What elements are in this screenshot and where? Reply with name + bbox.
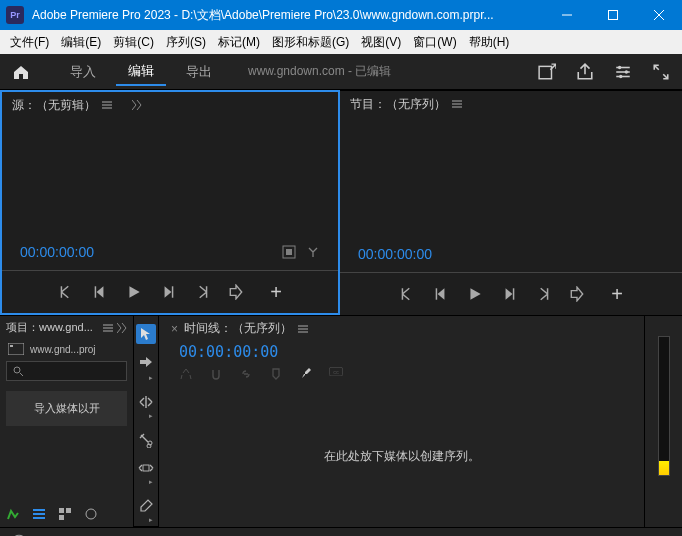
search-input[interactable] bbox=[6, 361, 127, 381]
step-forward-icon[interactable] bbox=[160, 284, 176, 300]
timeline-timecode[interactable]: 00:00:00:00 bbox=[159, 341, 644, 363]
insert-as-nest-icon[interactable] bbox=[179, 367, 193, 381]
pen-tool-icon[interactable] bbox=[138, 498, 154, 514]
source-title: 源：（无剪辑） bbox=[12, 97, 96, 114]
menubar: 文件(F) 编辑(E) 剪辑(C) 序列(S) 标记(M) 图形和标题(G) 视… bbox=[0, 30, 682, 54]
insert-icon[interactable] bbox=[228, 284, 244, 300]
home-icon[interactable] bbox=[12, 64, 30, 80]
timeline-panel: × 时间线：（无序列） 00:00:00:00 cc 在此处放下媒体以创建序列。 bbox=[159, 315, 644, 527]
svg-rect-27 bbox=[10, 345, 13, 347]
linked-selection-icon[interactable] bbox=[239, 367, 253, 381]
source-monitor: 源：（无剪辑） 00:00:00:00 + bbox=[0, 90, 340, 315]
razor-tool-icon[interactable] bbox=[138, 432, 154, 448]
app-icon: Pr bbox=[6, 6, 24, 24]
tab-import[interactable]: 导入 bbox=[58, 59, 108, 85]
svg-line-29 bbox=[20, 373, 23, 376]
footer bbox=[0, 527, 682, 536]
svg-rect-35 bbox=[59, 515, 64, 520]
play-icon[interactable] bbox=[467, 286, 483, 302]
menu-help[interactable]: 帮助(H) bbox=[463, 32, 516, 53]
svg-point-36 bbox=[86, 509, 96, 519]
program-timecode[interactable]: 00:00:00:00 bbox=[358, 246, 432, 262]
list-view-icon[interactable] bbox=[32, 507, 46, 521]
step-back-icon[interactable] bbox=[433, 286, 449, 302]
timeline-drop-area[interactable]: 在此处放下媒体以创建序列。 bbox=[159, 385, 644, 527]
svg-point-10 bbox=[619, 74, 622, 77]
tool-column: ▸ ▸ ▸ ▸ bbox=[133, 315, 159, 527]
menu-edit[interactable]: 编辑(E) bbox=[55, 32, 107, 53]
snap-icon[interactable] bbox=[209, 367, 223, 381]
share-icon[interactable] bbox=[576, 63, 594, 81]
document-name: www.gndown.com - 已编辑 bbox=[248, 63, 391, 80]
fit-icon[interactable] bbox=[282, 245, 296, 259]
freeform-view-icon[interactable] bbox=[58, 507, 72, 521]
add-button-icon[interactable]: + bbox=[611, 283, 623, 306]
creative-cloud-icon[interactable] bbox=[10, 533, 28, 537]
svg-rect-1 bbox=[609, 11, 618, 20]
mark-out-icon[interactable] bbox=[194, 284, 210, 300]
svg-rect-34 bbox=[66, 508, 71, 513]
step-forward-icon[interactable] bbox=[501, 286, 517, 302]
svg-point-8 bbox=[618, 65, 621, 68]
workspace-settings-icon[interactable] bbox=[614, 63, 632, 81]
step-back-icon[interactable] bbox=[92, 284, 108, 300]
minimize-button[interactable] bbox=[544, 0, 590, 30]
menu-view[interactable]: 视图(V) bbox=[355, 32, 407, 53]
bin-name[interactable]: www.gnd...proj bbox=[30, 344, 96, 355]
tab-edit[interactable]: 编辑 bbox=[116, 58, 166, 86]
search-icon bbox=[13, 366, 23, 376]
mark-in-icon[interactable] bbox=[399, 286, 415, 302]
new-item-icon[interactable] bbox=[6, 507, 20, 521]
settings-icon[interactable] bbox=[306, 245, 320, 259]
tab-export[interactable]: 导出 bbox=[174, 59, 224, 85]
audio-meter-panel bbox=[644, 315, 682, 527]
panel-overflow-icon[interactable] bbox=[132, 100, 142, 110]
quick-export-icon[interactable] bbox=[538, 63, 556, 81]
menu-file[interactable]: 文件(F) bbox=[4, 32, 55, 53]
close-button[interactable] bbox=[636, 0, 682, 30]
window-title: Adobe Premiere Pro 2023 - D:\文档\Adobe\Pr… bbox=[32, 7, 544, 24]
fullscreen-icon[interactable] bbox=[652, 63, 670, 81]
svg-point-28 bbox=[14, 367, 20, 373]
panel-overflow-icon[interactable] bbox=[117, 323, 127, 333]
menu-marker[interactable]: 标记(M) bbox=[212, 32, 266, 53]
panel-menu-icon[interactable] bbox=[102, 100, 112, 110]
svg-rect-33 bbox=[59, 508, 64, 513]
panel-menu-icon[interactable] bbox=[298, 324, 308, 334]
menu-clip[interactable]: 剪辑(C) bbox=[107, 32, 160, 53]
slip-tool-icon[interactable] bbox=[138, 460, 154, 476]
maximize-button[interactable] bbox=[590, 0, 636, 30]
menu-sequence[interactable]: 序列(S) bbox=[160, 32, 212, 53]
project-panel: 项目：www.gnd... www.gnd...proj 导入媒体以开 bbox=[0, 315, 133, 527]
caption-track-icon[interactable]: cc bbox=[329, 367, 343, 381]
panel-menu-icon[interactable] bbox=[103, 323, 113, 333]
audio-level-indicator bbox=[659, 461, 669, 475]
ripple-edit-tool-icon[interactable] bbox=[138, 394, 154, 410]
play-icon[interactable] bbox=[126, 284, 142, 300]
add-marker-icon[interactable] bbox=[269, 367, 283, 381]
panel-menu-icon[interactable] bbox=[452, 99, 462, 109]
track-select-tool-icon[interactable] bbox=[138, 356, 154, 372]
add-button-icon[interactable]: + bbox=[270, 281, 282, 304]
zoom-slider-icon[interactable] bbox=[84, 507, 98, 521]
export-frame-icon[interactable] bbox=[569, 286, 585, 302]
project-title: 项目：www.gnd... bbox=[6, 320, 93, 335]
timeline-settings-icon[interactable] bbox=[299, 367, 313, 381]
menu-graphics[interactable]: 图形和标题(G) bbox=[266, 32, 355, 53]
import-media-button[interactable]: 导入媒体以开 bbox=[6, 391, 127, 426]
svg-rect-15 bbox=[286, 249, 292, 255]
source-timecode[interactable]: 00:00:00:00 bbox=[20, 244, 94, 260]
mark-out-icon[interactable] bbox=[535, 286, 551, 302]
mark-in-icon[interactable] bbox=[58, 284, 74, 300]
bin-icon[interactable] bbox=[8, 343, 24, 355]
svg-rect-4 bbox=[539, 66, 551, 78]
svg-text:cc: cc bbox=[333, 369, 339, 375]
selection-tool-icon[interactable] bbox=[136, 324, 156, 344]
titlebar: Pr Adobe Premiere Pro 2023 - D:\文档\Adobe… bbox=[0, 0, 682, 30]
program-monitor: 节目：（无序列） 00:00:00:00 + bbox=[340, 90, 682, 315]
menu-window[interactable]: 窗口(W) bbox=[407, 32, 462, 53]
svg-rect-26 bbox=[8, 343, 24, 355]
timeline-title: 时间线：（无序列） bbox=[184, 320, 292, 337]
svg-point-9 bbox=[625, 70, 628, 73]
program-title: 节目：（无序列） bbox=[350, 96, 446, 113]
